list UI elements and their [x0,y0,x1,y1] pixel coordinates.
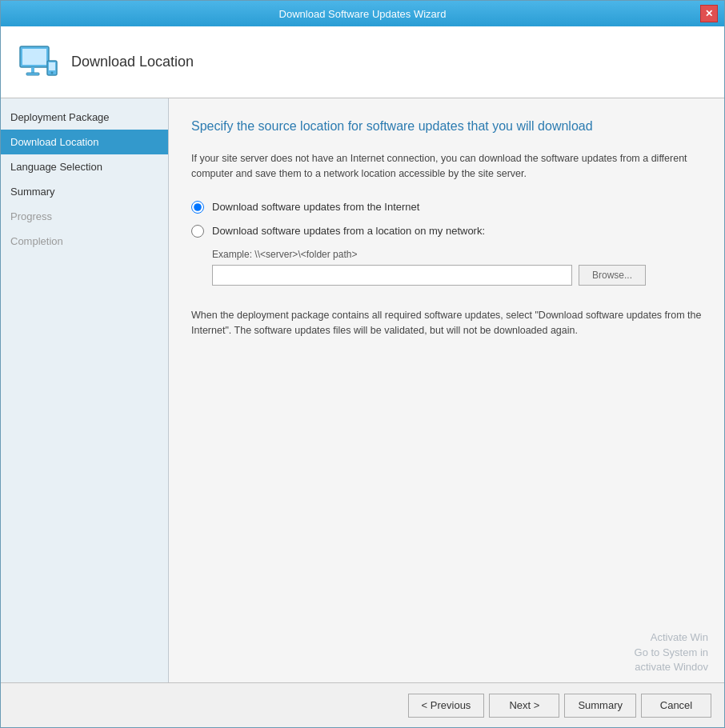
svg-rect-5 [49,62,55,70]
svg-rect-1 [22,49,46,65]
watermark-area: Activate Win Go to System in activate Wi… [169,630,724,682]
previous-button[interactable]: < Previous [408,694,485,718]
radio-internet-option[interactable]: Download software updates from the Inter… [191,201,702,214]
path-input[interactable] [212,265,572,286]
next-button[interactable]: Next > [489,694,559,718]
watermark-line1: Activate Win [169,630,708,645]
sidebar-item-deployment-package[interactable]: Deployment Package [1,105,168,130]
watermark-line2: Go to System in [169,646,708,660]
radio-internet-input[interactable] [191,201,204,214]
main-inner: Specify the source location for software… [169,98,724,630]
window-title: Download Software Updates Wizard [25,8,700,20]
network-path-area: Example: \\<server>\<folder path> Browse… [212,249,702,286]
sidebar: Deployment Package Download Location Lan… [1,98,169,682]
sidebar-item-download-location[interactable]: Download Location [1,130,168,154]
wizard-header-title: Download Location [71,54,194,70]
note-text: When the deployment package contains all… [191,308,702,338]
close-button[interactable]: ✕ [700,5,718,22]
sidebar-item-summary[interactable]: Summary [1,179,168,204]
radio-network-label: Download software updates from a locatio… [212,225,485,237]
wizard-window: Download Software Updates Wizard ✕ Downl… [0,0,725,728]
cancel-button[interactable]: Cancel [641,694,711,718]
wizard-header: Download Location [1,26,724,98]
computer-icon [17,42,58,83]
radio-network-option[interactable]: Download software updates from a locatio… [191,225,702,238]
watermark-line3: activate Windov [169,660,708,674]
wizard-footer: < Previous Next > Summary Cancel [1,682,724,727]
svg-rect-3 [26,73,39,75]
example-text: Example: \\<server>\<folder path> [212,249,702,260]
svg-rect-2 [31,67,34,73]
sidebar-item-language-selection[interactable]: Language Selection [1,154,168,179]
sidebar-item-progress: Progress [1,204,168,229]
content-area: Deployment Package Download Location Lan… [1,98,724,682]
radio-group: Download software updates from the Inter… [191,201,702,238]
svg-point-6 [51,71,54,74]
radio-network-input[interactable] [191,225,204,238]
browse-button[interactable]: Browse... [579,265,646,286]
description-text: If your site server does not have an Int… [191,151,702,182]
sidebar-item-completion: Completion [1,229,168,254]
titlebar: Download Software Updates Wizard ✕ [1,1,724,26]
summary-button[interactable]: Summary [564,694,636,718]
path-row: Browse... [212,265,702,286]
main-panel: Specify the source location for software… [169,98,724,682]
radio-internet-label: Download software updates from the Inter… [212,201,419,213]
main-heading: Specify the source location for software… [191,118,702,135]
